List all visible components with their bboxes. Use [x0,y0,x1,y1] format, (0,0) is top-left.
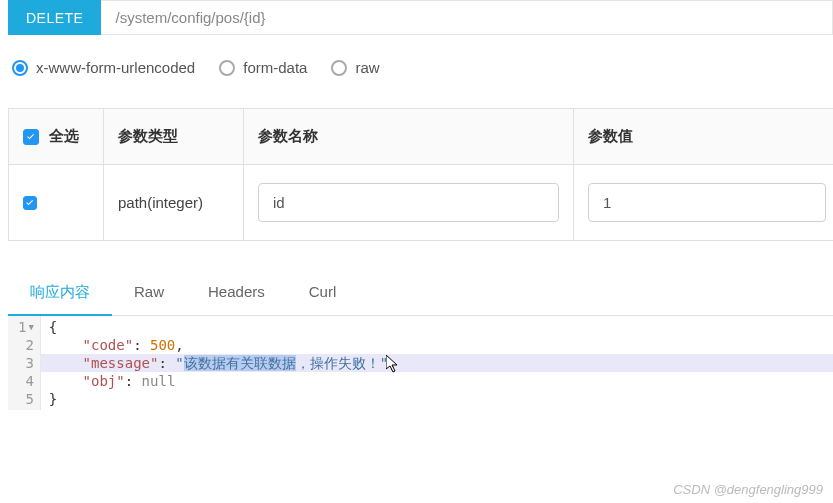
gutter-line: 2 [18,336,34,354]
request-bar: DELETE [8,0,833,35]
checkbox-icon[interactable] [23,196,37,210]
params-table: 全选 参数类型 参数名称 参数值 path(integer) [8,108,833,241]
radio-icon [12,60,28,76]
checkbox-icon[interactable] [23,129,39,145]
header-name: 参数名称 [244,109,574,165]
gutter-line: 5 [18,390,34,408]
radio-raw[interactable]: raw [331,59,379,76]
url-input[interactable] [101,0,833,35]
radio-formdata[interactable]: form-data [219,59,307,76]
row-value-cell [574,165,833,240]
select-all-label: 全选 [49,127,79,146]
code-line[interactable]: "obj": null [41,372,833,390]
radio-label: x-www-form-urlencoded [36,59,195,76]
gutter-line: 1▼ [18,318,34,336]
watermark: CSDN @dengfengling999 [673,482,823,497]
header-value: 参数值 [574,109,833,165]
tab-response-body[interactable]: 响应内容 [8,271,112,316]
response-tabs: 响应内容 Raw Headers Curl [8,271,833,316]
method-badge[interactable]: DELETE [8,0,101,35]
code-line[interactable]: { [41,318,833,336]
radio-urlencoded[interactable]: x-www-form-urlencoded [12,59,195,76]
gutter-line: 4 [18,372,34,390]
radio-label: raw [355,59,379,76]
params-header-row: 全选 参数类型 参数名称 参数值 [9,109,833,165]
gutter: 1▼2345 [8,316,41,410]
header-type: 参数类型 [104,109,244,165]
radio-icon [331,60,347,76]
param-value-input[interactable] [588,183,826,222]
header-select-all[interactable]: 全选 [9,109,104,165]
response-editor[interactable]: 1▼2345 { "code": 500, "message": "该数据有关联… [8,316,833,410]
code-line[interactable]: "code": 500, [41,336,833,354]
tab-raw[interactable]: Raw [112,271,186,315]
code-body[interactable]: { "code": 500, "message": "该数据有关联数据，操作失败… [41,316,833,410]
tab-curl[interactable]: Curl [287,271,359,315]
body-type-group: x-www-form-urlencoded form-data raw [0,51,833,84]
gutter-line: 3 [18,354,34,372]
row-check-cell[interactable] [9,165,104,240]
radio-label: form-data [243,59,307,76]
code-line[interactable]: "message": "该数据有关联数据，操作失败！", [41,354,833,372]
code-line[interactable]: } [41,390,833,408]
row-type: path(integer) [104,165,244,240]
row-name-cell [244,165,574,240]
radio-icon [219,60,235,76]
param-name-input[interactable] [258,183,559,222]
tab-headers[interactable]: Headers [186,271,287,315]
fold-icon[interactable]: ▼ [28,318,33,336]
table-row: path(integer) [9,165,833,240]
